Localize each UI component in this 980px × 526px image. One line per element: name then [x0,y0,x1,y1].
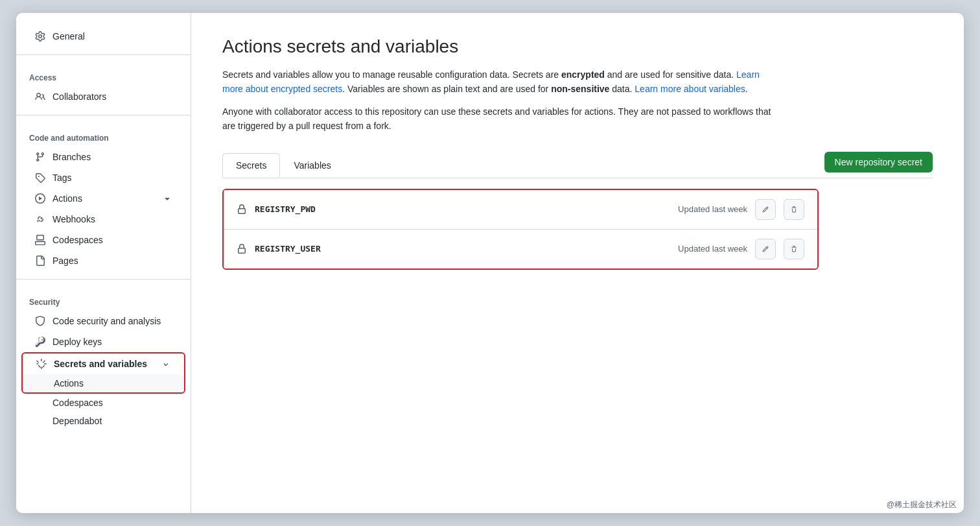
tabs-bar: Secrets Variables New repository secret [222,152,933,178]
branch-icon [34,151,46,163]
gear-icon [34,30,46,42]
secret-updated-1: Updated last week [678,204,747,214]
secret-row-left: REGISTRY_PWD [237,204,316,215]
app-window: General Access Collaborators Code and au… [16,13,964,513]
secret-name-2: REGISTRY_USER [255,244,321,254]
secret-row-right-2: Updated last week [678,239,804,259]
lock-icon [237,204,247,215]
divider-3 [16,279,191,280]
secret-row-right-1: Updated last week [678,199,804,220]
deploy-keys-label: Deploy keys [52,337,102,347]
link-variables[interactable]: Learn more about variables [635,84,745,94]
table-row: REGISTRY_PWD Updated last week [224,190,817,230]
access-section-label: Access [16,63,191,86]
lock-icon-2 [237,244,247,254]
edit-secret-1-button[interactable] [755,199,776,220]
sidebar-item-pages[interactable]: Pages [21,250,185,271]
sidebar-sub-item-dependabot[interactable]: Dependabot [21,412,185,430]
actions-chevron-icon [162,193,172,204]
secrets-chevron-icon [161,359,171,369]
sidebar-item-collaborators[interactable]: Collaborators [21,86,185,107]
codespaces-label: Codespaces [52,235,103,245]
secret-updated-2: Updated last week [678,244,747,254]
collaborators-label: Collaborators [52,91,106,102]
secrets-variables-label: Secrets and variables [54,359,147,369]
delete-secret-1-button[interactable] [784,199,804,220]
actions-sub-label: Actions [54,378,84,389]
tags-label: Tags [52,173,72,183]
codespaces-sub-label: Codespaces [52,398,103,408]
key-icon [34,336,46,348]
table-row: REGISTRY_USER Updated last week [224,230,817,269]
sidebar-item-deploy-keys[interactable]: Deploy keys [21,331,185,352]
sidebar-item-webhooks[interactable]: Webhooks [21,209,185,230]
sidebar-item-codespaces[interactable]: Codespaces [21,230,185,250]
tab-secrets[interactable]: Secrets [222,153,280,177]
sidebar: General Access Collaborators Code and au… [16,13,191,513]
bold-encrypted: encrypted [561,69,605,80]
new-secret-button[interactable]: New repository secret [824,152,933,173]
sidebar-item-general[interactable]: General [21,26,185,47]
secret-row-left-2: REGISTRY_USER [237,244,321,254]
secrets-variables-group: Secrets and variables Actions [21,352,185,394]
bold-non-sensitive: non-sensitive [551,84,609,94]
description-1: Secrets and variables allow you to manag… [222,67,780,97]
sidebar-item-tags[interactable]: Tags [21,167,185,188]
shield-icon [34,315,46,327]
tabs-container: Secrets Variables [222,152,345,176]
person-icon [34,91,46,102]
play-icon [34,193,46,204]
code-automation-section-label: Code and automation [16,123,191,147]
security-section-label: Security [16,287,191,311]
actions-label: Actions [52,193,82,204]
secrets-list: REGISTRY_PWD Updated last week [222,189,819,270]
sidebar-item-actions[interactable]: Actions [21,188,185,209]
secret-name-1: REGISTRY_PWD [255,204,316,214]
general-label: General [52,31,85,42]
webhook-icon [34,213,46,225]
tag-icon [34,172,46,184]
sidebar-item-secrets-variables[interactable]: Secrets and variables [23,353,184,374]
sidebar-sub-item-codespaces[interactable]: Codespaces [21,394,185,412]
sidebar-item-code-security[interactable]: Code security and analysis [21,311,185,331]
pages-label: Pages [52,256,78,266]
description-2: Anyone with collaborator access to this … [222,104,780,134]
divider-1 [16,54,191,55]
main-content: Actions secrets and variables Secrets an… [191,13,964,513]
sidebar-item-branches[interactable]: Branches [21,147,185,167]
code-security-label: Code security and analysis [52,316,161,326]
sidebar-sub-item-actions[interactable]: Actions [23,374,184,392]
edit-secret-2-button[interactable] [755,239,776,259]
webhooks-label: Webhooks [52,214,95,224]
branches-label: Branches [52,152,91,162]
page-title: Actions secrets and variables [222,36,933,57]
codespaces-icon [34,234,46,246]
asterisk-icon [36,358,47,370]
delete-secret-2-button[interactable] [784,239,804,259]
pages-icon [34,255,46,267]
tab-variables[interactable]: Variables [280,153,344,177]
divider-2 [16,115,191,115]
watermark: @稀土掘金技术社区 [887,499,957,510]
dependabot-sub-label: Dependabot [52,416,102,426]
